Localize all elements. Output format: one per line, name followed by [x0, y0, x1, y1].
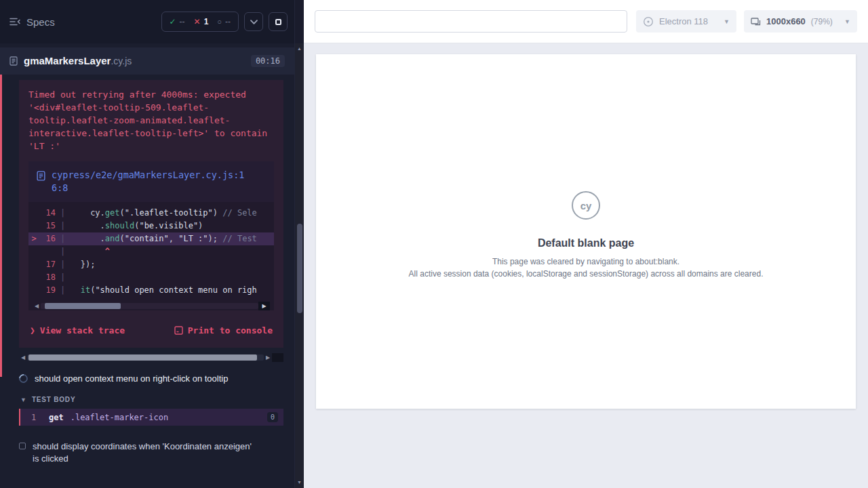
- stat-passed-count: --: [180, 17, 185, 26]
- view-stack-trace-link[interactable]: ❯ View stack trace: [30, 325, 125, 336]
- failed-attempt-section: Timed out retrying after 4000ms: expecte…: [0, 75, 294, 362]
- scrollbar-thumb[interactable]: [45, 303, 121, 309]
- code-frame: cypress/e2e/gmaMarkersLayer.cy.js:16:8 1…: [28, 161, 274, 310]
- reporter-panel: Specs ✓ -- ✕ 1 ○ --: [0, 0, 304, 488]
- chevron-right-icon: ❯: [30, 325, 35, 336]
- code-frame-header: cypress/e2e/gmaMarkersLayer.cy.js:16:8: [28, 161, 274, 202]
- chevron-down-icon: ▼: [20, 396, 26, 403]
- error-panel: Timed out retrying after 4000ms: expecte…: [19, 80, 283, 348]
- scroll-left-icon[interactable]: ◀: [19, 354, 27, 361]
- scrollbar-track[interactable]: [27, 354, 264, 361]
- specs-list-button[interactable]: Specs: [9, 16, 55, 28]
- test-body-label: TEST BODY: [32, 396, 75, 403]
- code-lines: 14| cy.get(".leaflet-tooltip") // Sele 1…: [28, 202, 274, 300]
- spec-duration: 00:16: [251, 55, 285, 67]
- spec-extension: .cy.js: [111, 56, 132, 66]
- error-actions: ❯ View stack trace Print to console: [28, 315, 274, 345]
- stat-pending-count: --: [225, 17, 231, 26]
- reporter-horizontal-scrollbar[interactable]: ◀ ▶: [19, 353, 283, 362]
- code-line: 19| it("should open context menu on righ: [28, 284, 274, 297]
- scroll-down-icon[interactable]: ▼: [295, 480, 304, 485]
- chevron-down-icon: ▼: [724, 18, 730, 25]
- command-log-row[interactable]: 1 get .leaflet-marker-icon 0: [19, 409, 283, 426]
- command-method: get: [49, 413, 64, 422]
- spinner-icon: [17, 372, 29, 384]
- browser-select[interactable]: Electron 118 ▼: [636, 10, 736, 33]
- chevron-down-icon: [250, 20, 258, 24]
- stat-passed: ✓ --: [170, 17, 185, 26]
- viewport-scale: (79%): [811, 17, 833, 26]
- scrollbar-thumb[interactable]: [28, 354, 257, 361]
- scroll-up-icon[interactable]: ▲: [295, 46, 304, 51]
- scrollbar-thumb[interactable]: [297, 224, 302, 313]
- code-line: | ^: [28, 245, 274, 258]
- blank-page-message-1: This page was cleared by navigating to a…: [316, 257, 856, 266]
- spec-header[interactable]: gmaMarkersLayer.cy.js 00:16: [0, 47, 294, 75]
- reporter-vertical-scrollbar[interactable]: ▲ ▼: [294, 0, 304, 488]
- viewport-size: 1000x660: [766, 16, 806, 26]
- command-message: .leaflet-marker-icon: [71, 413, 169, 422]
- code-line: 15| .should("be.visible"): [28, 220, 274, 232]
- scroll-right-icon[interactable]: ▶: [258, 302, 270, 310]
- code-horizontal-scrollbar[interactable]: ◀ ▶: [33, 302, 270, 310]
- document-icon: [9, 56, 18, 66]
- pending-box-icon: [19, 443, 26, 449]
- electron-icon: [643, 16, 654, 27]
- stat-pending: ○ --: [217, 17, 231, 26]
- aut-frame: cy Default blank page This page was clea…: [316, 54, 856, 409]
- chevron-down-icon: ▼: [844, 18, 850, 25]
- test-title: should open context menu on right-click …: [35, 373, 228, 385]
- viewport-select[interactable]: 1000x660 (79%) ▼: [744, 10, 857, 33]
- specs-label: Specs: [26, 16, 55, 28]
- stat-failed: ✕ 1: [194, 17, 209, 26]
- blank-page-content: cy Default blank page This page was clea…: [316, 54, 856, 279]
- test-stats: ✓ -- ✕ 1 ○ --: [161, 12, 239, 32]
- test-item-queued[interactable]: should display coordinates when 'Koordin…: [0, 426, 294, 469]
- command-count-badge: 0: [267, 412, 278, 422]
- command-number: 1: [31, 413, 49, 422]
- viewport-icon: [751, 17, 761, 26]
- scroll-right-icon[interactable]: ▶: [264, 354, 272, 361]
- runner-main: Electron 118 ▼ 1000x660 (79%) ▼ cy Defau…: [304, 0, 868, 488]
- code-line: 18|: [28, 271, 274, 284]
- stop-run-button[interactable]: [269, 12, 288, 31]
- code-line: 17| });: [28, 258, 274, 271]
- scrollbar-corner: [272, 353, 283, 362]
- scroll-left-icon[interactable]: ◀: [33, 303, 41, 309]
- url-input[interactable]: [315, 10, 627, 33]
- aut-toolbar: Electron 118 ▼ 1000x660 (79%) ▼: [304, 0, 868, 43]
- stat-failed-count: 1: [204, 17, 209, 26]
- code-line: 14| cy.get(".leaflet-tooltip") // Sele: [28, 207, 274, 220]
- test-body-toggle[interactable]: ▼ TEST BODY: [0, 389, 294, 409]
- specs-list-icon: [9, 17, 20, 26]
- reporter: Specs ✓ -- ✕ 1 ○ --: [0, 0, 294, 488]
- test-item-running[interactable]: should open context menu on right-click …: [0, 362, 294, 389]
- aut-stage: cy Default blank page This page was clea…: [304, 43, 868, 488]
- test-title: should display coordinates when 'Koordin…: [33, 441, 254, 465]
- circle-icon: ○: [217, 18, 222, 26]
- collapse-all-button[interactable]: [244, 12, 263, 31]
- check-icon: ✓: [170, 17, 176, 26]
- x-icon: ✕: [194, 17, 201, 26]
- code-line: >16| .and("contain", "LT :"); // Test: [28, 232, 274, 245]
- blank-page-title: Default blank page: [316, 237, 856, 249]
- stop-icon: [275, 19, 281, 25]
- print-to-console-button[interactable]: Print to console: [174, 325, 273, 336]
- browser-label: Electron 118: [659, 16, 708, 26]
- code-frame-file-link[interactable]: cypress/e2e/gmaMarkersLayer.cy.js:16:8: [52, 169, 255, 195]
- blank-page-message-2: All active session data (cookies, localS…: [316, 269, 856, 279]
- scrollbar-track[interactable]: [41, 303, 258, 309]
- error-message: Timed out retrying after 4000ms: expecte…: [28, 88, 274, 152]
- spec-name: gmaMarkersLayer: [24, 55, 111, 66]
- print-console-icon: [174, 326, 183, 335]
- cypress-logo: cy: [572, 191, 600, 220]
- reporter-header: Specs ✓ -- ✕ 1 ○ --: [0, 0, 294, 43]
- file-icon: [37, 171, 45, 181]
